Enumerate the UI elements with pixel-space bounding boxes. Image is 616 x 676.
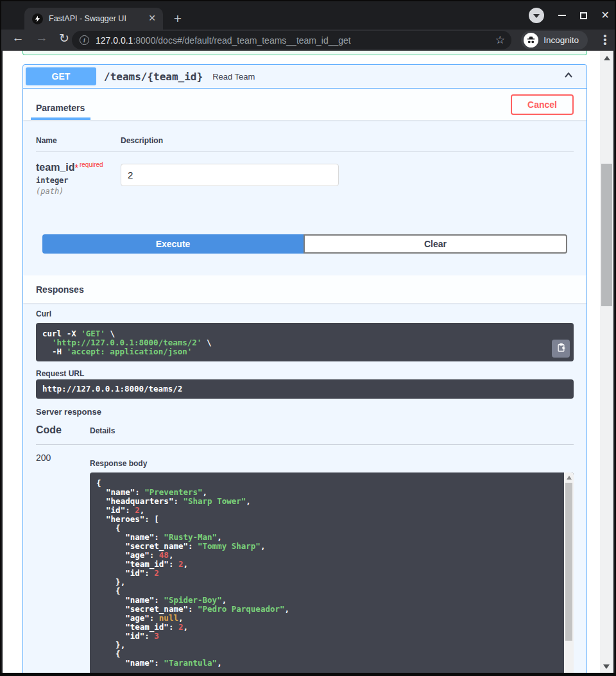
page-scrollbar-thumb[interactable]: [601, 164, 612, 306]
status-code: 200: [36, 453, 90, 673]
tab-parameters[interactable]: Parameters: [31, 94, 90, 120]
execute-button[interactable]: Execute: [42, 234, 304, 254]
parameter-type: integer: [36, 176, 121, 185]
team-id-input[interactable]: [121, 164, 339, 186]
parameter-name: team_id: [36, 162, 74, 173]
scrollbar-thumb[interactable]: [565, 483, 572, 641]
incognito-label: Incognito: [543, 35, 579, 45]
fastapi-favicon-icon: [32, 13, 43, 24]
clear-button[interactable]: Clear: [304, 234, 567, 254]
response-body-label: Response body: [90, 459, 574, 468]
responses-header: Responses: [23, 275, 586, 303]
curl-label: Curl: [36, 309, 574, 318]
operation-summary: Read Team: [212, 72, 255, 82]
code-column-header: Code: [36, 424, 90, 436]
bookmark-star-icon[interactable]: ☆: [495, 33, 505, 47]
browser-tab[interactable]: FastAPI - Swagger UI ✕: [24, 8, 163, 30]
opblock-get-teams: GET /teams/{team_id} Read Team Parameter…: [22, 64, 587, 673]
server-response-label: Server response: [36, 407, 574, 417]
browser-toolbar: ← → ↻ i 127.0.0.1:8000/docs#/default/rea…: [1, 30, 615, 51]
cancel-button[interactable]: Cancel: [511, 94, 574, 115]
address-bar[interactable]: i 127.0.0.1:8000/docs#/default/read_team…: [72, 31, 511, 49]
tab-search-button[interactable]: [529, 8, 544, 23]
request-url-value: http://127.0.0.1:8000/teams/2: [36, 379, 574, 399]
browser-menu-icon[interactable]: •••: [603, 34, 607, 46]
incognito-icon: [524, 33, 538, 48]
tab-strip: FastAPI - Swagger UI ✕ + ✕: [1, 1, 615, 30]
response-row: 200 Response body { "name": "Preventers"…: [36, 445, 574, 673]
incognito-badge: Incognito: [521, 31, 588, 49]
back-icon[interactable]: ←: [9, 31, 27, 45]
collapse-chevron-icon[interactable]: [562, 69, 575, 84]
parameters-table: Name Description team_id*required intege…: [23, 120, 586, 254]
responses-title: Responses: [36, 284, 84, 295]
opblock-summary[interactable]: GET /teams/{team_id} Read Team: [23, 65, 586, 89]
response-body-json[interactable]: { "name": "Preventers", "headquarters": …: [90, 472, 574, 673]
scroll-up-icon[interactable]: [567, 476, 572, 480]
maximize-icon[interactable]: [580, 12, 587, 19]
reload-icon[interactable]: ↻: [55, 31, 73, 46]
required-asterisk: *: [74, 162, 78, 173]
new-tab-button[interactable]: +: [169, 10, 186, 27]
parameter-location: (path): [36, 187, 121, 196]
window-close-icon[interactable]: ✕: [601, 10, 610, 21]
column-description-header: Description: [121, 136, 163, 145]
tab-close-icon[interactable]: ✕: [146, 13, 158, 24]
response-body-scrollbar[interactable]: [564, 472, 574, 673]
clipboard-icon: [556, 343, 566, 354]
page-scrollbar[interactable]: [600, 51, 613, 673]
previous-opblock-edge: [22, 51, 587, 55]
forward-icon[interactable]: →: [33, 31, 51, 45]
parameter-row: team_id*required integer (path): [36, 152, 574, 196]
window-bottom-edge: [1, 673, 615, 676]
browser-window: FastAPI - Swagger UI ✕ + ✕ ← → ↻ i 127.0…: [0, 0, 616, 676]
curl-command[interactable]: curl -X 'GET' \ 'http://127.0.0.1:8000/t…: [36, 323, 574, 361]
responses-body: Curl curl -X 'GET' \ 'http://127.0.0.1:8…: [23, 309, 586, 673]
method-badge: GET: [26, 67, 96, 85]
minimize-icon[interactable]: [558, 15, 566, 16]
page-scroll-up-icon[interactable]: [604, 56, 610, 60]
request-url-label: Request URL: [36, 369, 574, 378]
swagger-page: GET /teams/{team_id} Read Team Parameter…: [3, 51, 600, 673]
parameters-header: Parameters Cancel: [23, 89, 586, 120]
site-info-icon[interactable]: i: [80, 35, 89, 45]
details-column-header: Details: [90, 426, 115, 435]
tab-title: FastAPI - Swagger UI: [49, 14, 146, 23]
required-label: required: [80, 161, 103, 168]
url-text: 127.0.0.1:8000/docs#/default/read_team_t…: [96, 35, 490, 46]
copy-to-clipboard-button[interactable]: [552, 340, 570, 358]
column-name-header: Name: [36, 136, 121, 145]
page-scroll-down-icon[interactable]: [603, 664, 610, 669]
operation-path: /teams/{team_id}: [104, 71, 203, 83]
